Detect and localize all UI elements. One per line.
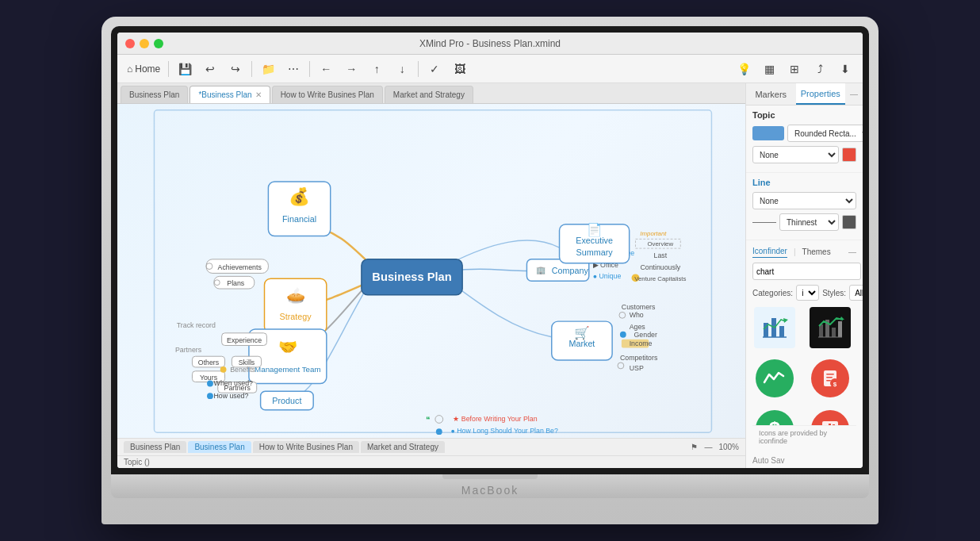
window-title: XMind Pro - Business Plan.xmind (419, 38, 561, 49)
status-tab-mkt[interactable]: Market and Strategy (361, 441, 445, 453)
note-text: Icons are provided by iconfinde (759, 429, 827, 445)
panel-minimize-button[interactable]: — (845, 90, 863, 98)
svg-text:Gender: Gender (634, 331, 657, 339)
main-area: Business Plan *Business Plan ✕ How to Wr… (117, 83, 863, 468)
window-controls (125, 39, 163, 48)
fill-color-swatch[interactable] (842, 148, 856, 162)
up-button[interactable]: ↑ (366, 58, 388, 80)
toolbar: ⌂ Home 💾 ↩ ↪ 📁 ⋯ ← → ↑ ↓ ✓ 🖼 💡 (117, 55, 863, 83)
iconfinder-note: Icons are provided by iconfinde (752, 425, 856, 448)
check-button[interactable]: ✓ (423, 58, 446, 80)
canvas-content[interactable]: Financial 💰 Strategy 🥧 Achievements (117, 104, 745, 438)
panel-tab-markers[interactable]: Markers (746, 83, 796, 105)
tab-mkt[interactable]: Market and Strategy (385, 86, 473, 103)
svg-rect-88 (826, 377, 833, 378)
line-section: Line None Thinnest (746, 173, 863, 240)
bulb-button[interactable]: 💡 (733, 58, 755, 80)
auto-save: Auto Sav (746, 453, 863, 468)
maximize-button[interactable] (154, 39, 163, 48)
svg-text:Who: Who (630, 311, 644, 319)
icon-chart-presentation[interactable] (808, 407, 852, 425)
icon-dollar-green[interactable]: $ (752, 407, 797, 425)
icon-chart-report[interactable]: $ (808, 356, 852, 401)
image-button[interactable]: 🖼 (449, 58, 471, 80)
svg-text:$: $ (833, 381, 836, 388)
more-button[interactable]: ⋯ (282, 58, 304, 80)
down-button[interactable]: ↓ (391, 58, 413, 80)
tab-bp1[interactable]: Business Plan (121, 86, 188, 103)
svg-text:Achievements: Achievements (218, 263, 262, 271)
bottom-info: Topic () (117, 455, 745, 468)
icon-chart-bar[interactable] (752, 305, 797, 350)
tab-bp2[interactable]: *Business Plan ✕ (189, 86, 270, 103)
tab-bp2-label: *Business Plan (198, 90, 251, 99)
view-button[interactable]: ⊞ (783, 58, 806, 80)
status-tab-bar: Business Plan Business Plan How to Write… (124, 441, 445, 453)
toolbar-separator-3 (309, 61, 310, 77)
redo-button[interactable]: ↪ (224, 58, 247, 80)
status-tab-bp1[interactable]: Business Plan (124, 441, 186, 453)
laptop-base: MacBook (111, 474, 869, 498)
title-bar: XMind Pro - Business Plan.xmind (117, 33, 863, 55)
iconfinder-tab[interactable]: Iconfinder (752, 245, 787, 258)
home-button[interactable]: ⌂ Home (124, 63, 163, 75)
properties-label: Properties (801, 89, 840, 98)
icon-search-row: ✕ Sea (752, 263, 856, 280)
toolbar-separator-4 (418, 61, 419, 77)
tab-how-label: How to Write Busines Plan (281, 90, 374, 99)
layout-button[interactable]: ▦ (758, 58, 780, 80)
icon-search-input[interactable] (752, 263, 861, 280)
topic-shape-select[interactable]: Rounded Recta... (787, 125, 863, 142)
line-style-select[interactable]: None (752, 192, 856, 209)
toolbar-separator-2 (251, 61, 252, 77)
tab-how[interactable]: How to Write Busines Plan (272, 86, 383, 103)
svg-point-70 (435, 416, 443, 424)
auto-save-text: Auto Sav (752, 456, 785, 465)
themes-tab[interactable]: Themes (802, 246, 831, 258)
tab-close-icon[interactable]: ✕ (255, 90, 262, 99)
line-thickness-select[interactable]: Thinnest (779, 213, 839, 231)
filter-icon[interactable]: ⚑ (691, 443, 698, 451)
svg-text:Others: Others (198, 359, 220, 366)
tab-bar: Business Plan *Business Plan ✕ How to Wr… (117, 83, 745, 104)
icon-chart-trend[interactable] (808, 305, 852, 350)
status-tab-bp2[interactable]: Business Plan (188, 441, 251, 453)
back-button[interactable]: ← (315, 58, 337, 80)
iconfinder-section: Iconfinder | Themes — ✕ Sea (746, 240, 863, 453)
save-button[interactable]: 💾 (174, 58, 196, 80)
open-button[interactable]: 📁 (257, 58, 279, 80)
line-color-swatch[interactable] (842, 215, 856, 229)
undo-button[interactable]: ↩ (199, 58, 221, 80)
export-button[interactable]: ⬇ (834, 58, 856, 80)
svg-text:Overview: Overview (648, 240, 674, 247)
svg-text:Competitors: Competitors (620, 354, 658, 362)
close-button[interactable] (125, 39, 135, 48)
svg-text:Market: Market (569, 339, 595, 348)
categories-label: Categories: (752, 289, 793, 297)
categories-select[interactable]: i (796, 285, 819, 301)
icon-chart-wave[interactable] (752, 356, 797, 401)
line-title: Line (752, 178, 856, 187)
share-button[interactable]: ⤴ (809, 58, 831, 80)
topic-shape-preview[interactable] (752, 126, 784, 140)
minimize-button[interactable] (140, 39, 149, 48)
svg-rect-87 (826, 374, 834, 375)
status-tab-how[interactable]: How to Write Busines Plan (253, 441, 359, 453)
svg-rect-83 (838, 321, 842, 337)
svg-text:Income: Income (630, 340, 653, 347)
forward-button[interactable]: → (340, 58, 362, 80)
svg-text:USP: USP (630, 364, 644, 372)
svg-text:★ Before Writing Your Plan: ★ Before Writing Your Plan (453, 415, 537, 423)
zoom-separator: — (704, 443, 712, 451)
topic-fill-select[interactable]: None (752, 146, 839, 163)
right-panel: Markers Properties — Topic Rou (745, 83, 863, 468)
svg-text:Track record: Track record (177, 321, 216, 329)
mindmap-svg: Financial 💰 Strategy 🥧 Achievements (117, 104, 745, 438)
laptop-frame: XMind Pro - Business Plan.xmind ⌂ Home 💾… (101, 17, 879, 524)
topic-shape-row: Rounded Recta... ✏️ (752, 125, 856, 142)
icon-minimize-button[interactable]: — (848, 247, 856, 256)
svg-text:💰: 💰 (289, 186, 310, 207)
svg-text:Venture Capitalists: Venture Capitalists (634, 275, 686, 282)
styles-select[interactable]: All (849, 285, 863, 301)
panel-tab-properties[interactable]: Properties (796, 83, 846, 105)
